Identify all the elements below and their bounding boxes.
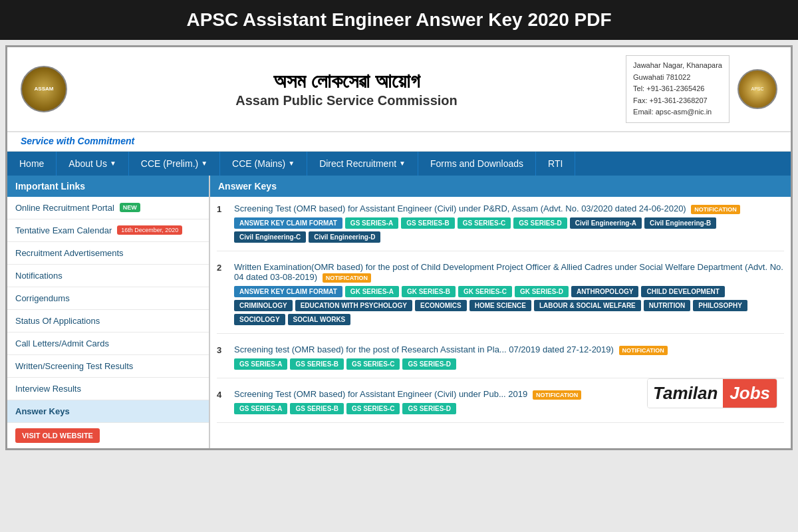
nav-direct-recruitment[interactable]: Direct Recruitment ▼ [307, 152, 418, 176]
btn-gk-c-2[interactable]: GK SERIES-C [458, 286, 512, 297]
item-num-1: 1 [217, 203, 229, 243]
logo-left: ASSAM [21, 66, 67, 112]
btn-gs-b-1[interactable]: GS SERIES-B [401, 217, 454, 229]
btn-gs-c-1[interactable]: GS SERIES-C [458, 217, 511, 229]
sidebar-item-exam-calendar[interactable]: Tentative Exam Calendar 16th December, 2… [7, 219, 209, 242]
item-body-2: Written Examination(OMR based) for the p… [234, 262, 784, 325]
answer-keys-header: Answer Keys [210, 176, 791, 197]
btn-gs-c-3[interactable]: GS SERIES-C [346, 358, 400, 370]
address-line3: Tel: +91-361-2365426 [633, 83, 722, 95]
btn-civil-b-1[interactable]: Civil Engineering-B [644, 217, 716, 229]
btn-gs-d-1[interactable]: GS SERIES-D [513, 217, 567, 229]
logo-right: APSC [737, 69, 777, 109]
btn-answer-key-claim-1[interactable]: ANSWER KEY CLAIM FORMAT [234, 217, 342, 229]
direct-recruitment-dropdown-arrow: ▼ [399, 160, 406, 167]
notification-badge-4: NOTIFICATION [533, 390, 581, 400]
answer-keys-panel: Answer Keys 1 Screening Test (OMR based)… [210, 176, 791, 448]
tagline-text: Service with Commitment [21, 136, 134, 146]
cce-prelim-dropdown-arrow: ▼ [201, 160, 207, 167]
btn-social-works-2[interactable]: SOCIAL WORKS [288, 314, 351, 325]
sidebar-item-call-letters[interactable]: Call Letters/Admit Cards [7, 332, 209, 355]
btn-economics-2[interactable]: ECONOMICS [415, 300, 467, 311]
sidebar-item-test-results[interactable]: Written/Screening Test Results [7, 355, 209, 378]
item-num-2: 2 [217, 262, 229, 325]
nav-rti[interactable]: RTI [536, 152, 575, 176]
btn-gs-b-4[interactable]: GS SERIES-B [290, 403, 343, 414]
english-title: Assam Public Service Commission [67, 93, 626, 108]
address-box: Jawahar Nagar, Khanapara Guwahati 781022… [626, 55, 730, 123]
btn-philosophy-2[interactable]: PHILOSOPHY [693, 300, 747, 311]
answer-key-item-3: 3 Screening test (OMR based) for the pos… [217, 344, 784, 378]
sidebar-item-status-applications[interactable]: Status Of Applications [7, 310, 209, 332]
nav-forms-downloads[interactable]: Forms and Downloads [418, 152, 536, 176]
notification-badge-3: NOTIFICATION [619, 346, 668, 355]
item-buttons-1: ANSWER KEY CLAIM FORMAT GS SERIES-A GS S… [234, 217, 784, 243]
btn-answer-key-claim-2[interactable]: ANSWER KEY CLAIM FORMAT [234, 286, 342, 297]
header-right: Jawahar Nagar, Khanapara Guwahati 781022… [626, 55, 777, 123]
btn-child-dev-2[interactable]: CHILD DEVELOPMENT [641, 286, 724, 297]
item-num-4: 4 [217, 389, 229, 414]
address-line2: Guwahati 781022 [633, 72, 722, 84]
watermark-overlay: Tamilan Jobs [647, 378, 777, 408]
header-left: ASSAM [21, 66, 67, 112]
nav-bar: Home About Us ▼ CCE (Prelim.) ▼ CCE (Mai… [7, 152, 791, 176]
sidebar-item-recruitment-ads[interactable]: Recruitment Advertisements [7, 242, 209, 265]
btn-gk-d-2[interactable]: GK SERIES-D [515, 286, 569, 297]
btn-gs-c-4[interactable]: GS SERIES-C [346, 403, 400, 414]
btn-civil-c-1[interactable]: Civil Engineering-C [234, 231, 306, 243]
watermark-jobs-text: Jobs [723, 379, 777, 408]
btn-gs-d-3[interactable]: GS SERIES-D [402, 358, 456, 370]
watermark-tamilan-text: Tamilan [648, 379, 723, 408]
item-title-2[interactable]: Written Examination(OMR based) for the p… [234, 262, 784, 282]
notification-badge-1: NOTIFICATION [691, 205, 739, 214]
btn-gk-a-2[interactable]: GK SERIES-A [345, 286, 399, 297]
btn-gk-b-2[interactable]: GK SERIES-B [402, 286, 456, 297]
item-title-3[interactable]: Screening test (OMR based) for the post … [234, 344, 784, 354]
sidebar-item-answer-keys[interactable]: Answer Keys [7, 400, 209, 423]
nav-home[interactable]: Home [7, 152, 57, 176]
sidebar-item-interview-results[interactable]: Interview Results [7, 378, 209, 400]
header-center: অসম লোকসেৱা আয়োগ Assam Public Service C… [67, 70, 626, 108]
sidebar-item-online-recruitment[interactable]: Online Recruitment Portal NEW [7, 197, 209, 219]
btn-edu-psych-2[interactable]: EDUCATION WITH PSYCHOLOGY [295, 300, 412, 311]
btn-nutrition-2[interactable]: NUTRITION [644, 300, 690, 311]
notification-badge-2: NOTIFICATION [323, 273, 371, 283]
btn-home-sci-2[interactable]: HOME SCIENCE [469, 300, 531, 311]
btn-labour-2[interactable]: LABOUR & SOCIAL WELFARE [534, 300, 641, 311]
sidebar-header: Important Links [7, 176, 209, 197]
answer-keys-content: 1 Screening Test (OMR based) for Assista… [210, 197, 791, 440]
nav-about[interactable]: About Us ▼ [57, 152, 129, 176]
btn-gs-a-4[interactable]: GS SERIES-A [234, 403, 287, 414]
item-buttons-2: ANSWER KEY CLAIM FORMAT GK SERIES-A GK S… [234, 286, 784, 325]
nav-cce-mains[interactable]: CCE (Mains) ▼ [220, 152, 307, 176]
site-header: ASSAM অসম লোকসেৱা আয়োগ Assam Public Ser… [7, 47, 791, 132]
nav-cce-prelim[interactable]: CCE (Prelim.) ▼ [129, 152, 220, 176]
btn-criminology-2[interactable]: CRIMINOLOGY [234, 300, 293, 311]
btn-civil-a-1[interactable]: Civil Engineering-A [570, 217, 642, 229]
sidebar-item-corrigendums[interactable]: Corrigendums [7, 287, 209, 310]
address-line4: Fax: +91-361-2368207 [633, 95, 722, 107]
address-line1: Jawahar Nagar, Khanapara [633, 60, 722, 72]
btn-anthropology-2[interactable]: ANTHROPOLOGY [571, 286, 639, 297]
item-buttons-3: GS SERIES-A GS SERIES-B GS SERIES-C GS S… [234, 358, 784, 370]
new-badge: NEW [120, 203, 140, 212]
btn-gs-a-3[interactable]: GS SERIES-A [234, 358, 287, 370]
date-badge: 16th December, 2020 [117, 225, 182, 235]
visit-old-website-button[interactable]: VISIT OLD WEBSITE [15, 428, 100, 443]
item-body-3: Screening test (OMR based) for the post … [234, 344, 784, 370]
cce-mains-dropdown-arrow: ▼ [288, 160, 295, 167]
item-title-1[interactable]: Screening Test (OMR based) for Assistant… [234, 203, 784, 213]
item-body-1: Screening Test (OMR based) for Assistant… [234, 203, 784, 243]
tagline-bar: Service with Commitment [7, 132, 791, 152]
btn-civil-d-1[interactable]: Civil Engineering-D [309, 231, 380, 243]
answer-key-item-2: 2 Written Examination(OMR based) for the… [217, 262, 784, 334]
page-title: APSC Assistant Engineer Answer Key 2020 … [0, 0, 798, 40]
about-dropdown-arrow: ▼ [110, 160, 116, 167]
btn-gs-d-4[interactable]: GS SERIES-D [402, 403, 456, 414]
sidebar-item-notifications[interactable]: Notifications [7, 265, 209, 287]
assamese-title: অসম লোকসেৱা আয়োগ [67, 70, 626, 93]
btn-gs-b-3[interactable]: GS SERIES-B [290, 358, 343, 370]
btn-gs-a-1[interactable]: GS SERIES-A [345, 217, 398, 229]
btn-sociology-2[interactable]: SOCIOLOGY [234, 314, 285, 325]
answer-key-item-1: 1 Screening Test (OMR based) for Assista… [217, 203, 784, 251]
